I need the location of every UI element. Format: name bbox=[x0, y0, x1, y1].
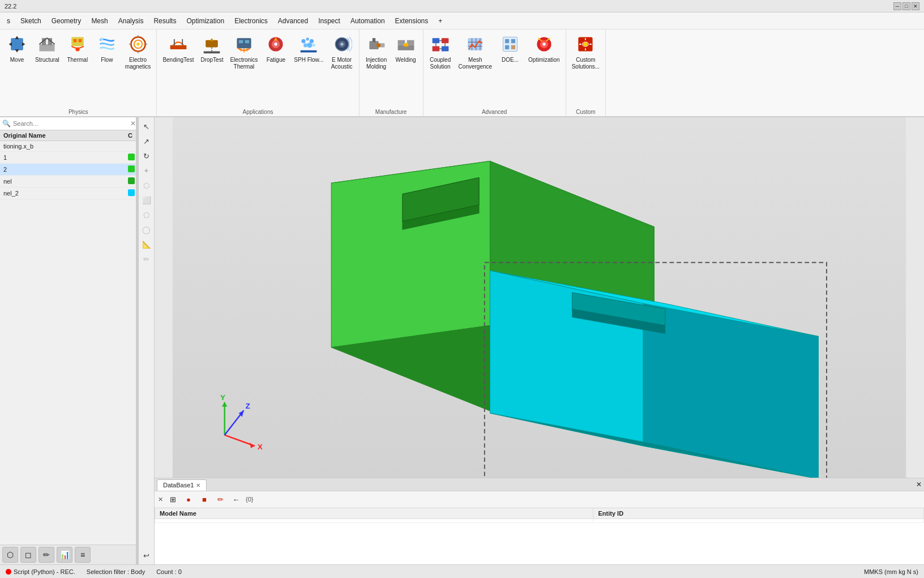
mesh-convergence-button[interactable]: MeshConvergence bbox=[456, 32, 494, 71]
app-title: 22.2 bbox=[5, 3, 16, 10]
db-panel-close-icon[interactable]: ✕ bbox=[916, 481, 922, 488]
flow-button[interactable]: Flow bbox=[93, 32, 121, 65]
db-btn-arrow-back[interactable]: ← bbox=[230, 493, 242, 505]
injection-molding-button[interactable]: InjectionMolding bbox=[363, 32, 390, 71]
svg-point-28 bbox=[302, 39, 306, 43]
db-btn-pencil[interactable]: ✏ bbox=[214, 493, 226, 505]
doe-button[interactable]: DOE... bbox=[497, 32, 524, 65]
zoom-tool[interactable]: ⬡ bbox=[140, 178, 153, 192]
menu-mesh[interactable]: Mesh bbox=[87, 15, 112, 27]
panel-cell-name-4: nel_2 bbox=[0, 188, 125, 198]
db-tab-close[interactable]: ✕ bbox=[196, 482, 200, 488]
sph-flow-button[interactable]: SPH Flow... bbox=[292, 32, 326, 65]
back-tool[interactable]: ↩ bbox=[140, 549, 153, 562]
coupled-solution-label: CoupledSolution bbox=[430, 57, 451, 70]
svg-rect-19 bbox=[206, 40, 219, 48]
menu-sketch[interactable]: Sketch bbox=[16, 15, 46, 27]
db-col-entity-id: Entity ID bbox=[593, 508, 924, 519]
menu-advanced[interactable]: Advanced bbox=[273, 15, 313, 27]
panel-row-0[interactable]: tioning.x_b bbox=[0, 141, 138, 152]
db-btn-red-circle[interactable]: ● bbox=[182, 493, 195, 505]
panel-tab-model[interactable]: ⬡ bbox=[2, 547, 18, 563]
injection-molding-icon bbox=[365, 33, 388, 56]
minimize-button[interactable]: ─ bbox=[893, 2, 901, 10]
coupled-solution-icon bbox=[429, 33, 452, 56]
svg-point-11 bbox=[75, 47, 79, 51]
cursor2-tool[interactable]: ↗ bbox=[140, 134, 153, 148]
panel-tab-geometry[interactable]: ◻ bbox=[20, 547, 36, 563]
structural-button[interactable]: Structural bbox=[33, 32, 62, 65]
menu-automation[interactable]: Automation bbox=[346, 15, 390, 27]
panel-cell-name-2: 2 bbox=[0, 164, 125, 175]
svg-point-29 bbox=[306, 37, 309, 40]
close-search-icon[interactable]: ✕ bbox=[130, 120, 136, 128]
bendingtest-button[interactable]: BendingTest bbox=[160, 32, 196, 65]
flow-label: Flow bbox=[101, 57, 113, 63]
move-button[interactable]: Move bbox=[3, 32, 31, 65]
menu-electronics[interactable]: Electronics bbox=[230, 15, 272, 27]
svg-point-67 bbox=[542, 42, 545, 45]
droptest-button[interactable]: DropTest bbox=[198, 32, 225, 65]
rotate-tool[interactable]: ↻ bbox=[140, 149, 153, 163]
welding-button[interactable]: Welding bbox=[392, 32, 420, 65]
db-btn-red-box[interactable]: ■ bbox=[198, 493, 211, 505]
svg-rect-41 bbox=[372, 38, 375, 42]
custom-solutions-button[interactable]: CustomSolutions... bbox=[570, 32, 602, 71]
panel-row-2[interactable]: 2 bbox=[0, 164, 138, 176]
fatigue-button[interactable]: Fatigue bbox=[262, 32, 289, 65]
window-controls[interactable]: ─ □ ✕ bbox=[893, 2, 919, 10]
panel-resize-handle[interactable] bbox=[136, 117, 138, 564]
menu-geometry[interactable]: Geometry bbox=[47, 15, 86, 27]
pan-tool[interactable]: ✦ bbox=[140, 164, 153, 177]
optimization-button[interactable]: Optimization bbox=[526, 32, 562, 65]
ribbon: Move Structural bbox=[0, 29, 924, 117]
close-button[interactable]: ✕ bbox=[912, 2, 919, 10]
panel-row-4[interactable]: nel_2 bbox=[0, 188, 138, 199]
maximize-button[interactable]: □ bbox=[902, 2, 910, 10]
electromagnetics-button[interactable]: Electromagnetics bbox=[123, 32, 153, 71]
panel-tab-list[interactable]: ≡ bbox=[75, 547, 91, 563]
panel-tab-pencil[interactable]: ✏ bbox=[38, 547, 54, 563]
db-tab-database1[interactable]: DataBase1 ✕ bbox=[157, 479, 207, 491]
e-motor-acoustic-button[interactable]: E MotorAcoustic bbox=[328, 32, 356, 71]
menu-analysis[interactable]: Analysis bbox=[114, 15, 148, 27]
svg-rect-34 bbox=[301, 50, 317, 53]
select-box-tool[interactable]: ⬜ bbox=[140, 193, 153, 207]
coupled-solution-button[interactable]: CoupledSolution bbox=[427, 32, 454, 71]
fatigue-icon bbox=[264, 33, 287, 56]
menu-results[interactable]: Results bbox=[149, 15, 181, 27]
svg-rect-47 bbox=[441, 38, 448, 43]
svg-rect-62 bbox=[511, 39, 515, 43]
ribbon-section-manufacture: InjectionMolding Welding Manufacture bbox=[360, 29, 424, 116]
svg-point-37 bbox=[340, 42, 343, 45]
panel-row-1[interactable]: 1 bbox=[0, 152, 138, 164]
svg-marker-3 bbox=[9, 42, 12, 46]
thermal-button[interactable]: Thermal bbox=[64, 32, 91, 65]
menu-optimization[interactable]: Optimization bbox=[182, 15, 229, 27]
viewport[interactable]: X Y Z ⊞ ⬜ ◻ 🔍 ◯ ◉ 💎 bbox=[155, 117, 924, 564]
menu-extensions[interactable]: Extensions bbox=[391, 15, 433, 27]
cursor-tool[interactable]: ↖ bbox=[140, 120, 153, 133]
select-poly-tool[interactable]: ⬠ bbox=[140, 208, 153, 222]
svg-point-12 bbox=[100, 37, 103, 40]
db-table: Model Name Entity ID bbox=[155, 508, 924, 564]
count-status: Count : 0 bbox=[156, 568, 182, 575]
svg-rect-49 bbox=[441, 46, 448, 52]
annotation-tool[interactable]: ✏ bbox=[140, 252, 153, 266]
menu-s[interactable]: s bbox=[2, 15, 15, 27]
droptest-label: DropTest bbox=[200, 57, 223, 63]
panel-row-3[interactable]: nel bbox=[0, 176, 138, 188]
db-btn-expand[interactable]: ⊞ bbox=[166, 493, 179, 505]
panel-tab-chart[interactable]: 📊 bbox=[57, 547, 72, 563]
measure-tool[interactable]: 📐 bbox=[140, 237, 153, 251]
search-input[interactable] bbox=[13, 120, 128, 127]
menu-plus[interactable]: + bbox=[434, 15, 447, 27]
svg-rect-64 bbox=[511, 45, 515, 49]
advanced-buttons: CoupledSolution MeshConvergence bbox=[427, 32, 562, 107]
panel-cell-name-3: nel bbox=[0, 176, 125, 186]
menu-inspect[interactable]: Inspect bbox=[314, 15, 345, 27]
electronics-thermal-button[interactable]: ElectronicsThermal bbox=[228, 32, 260, 71]
db-toolbar-close[interactable]: ✕ bbox=[158, 496, 163, 503]
select-brush-tool[interactable]: ◯ bbox=[140, 223, 153, 236]
selection-filter-status: Selection filter : Body bbox=[87, 568, 145, 575]
